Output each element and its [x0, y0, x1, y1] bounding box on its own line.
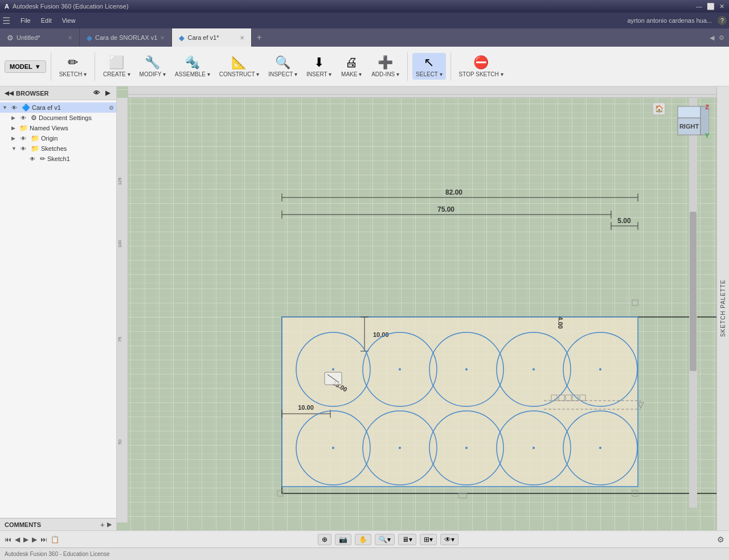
toolbar-stop-sketch[interactable]: ⛔ STOP SKETCH ▾	[456, 53, 507, 80]
timeline-nav-end[interactable]: ⏭	[40, 536, 47, 543]
pan-btn[interactable]: ✋	[355, 534, 371, 545]
toolbar: MODEL ▼ ✏ SKETCH ▾ ⬜ CREATE ▾ 🔧 MODIFY ▾…	[0, 47, 729, 87]
comments-add-btn[interactable]: +	[100, 520, 105, 529]
timeline-nav-prev[interactable]: ◀	[15, 536, 20, 543]
tab-settings[interactable]: ⚙	[719, 34, 724, 42]
toolbar-sketch[interactable]: ✏ SKETCH ▾	[56, 53, 90, 80]
minimize-btn[interactable]: —	[696, 3, 702, 10]
menu-edit[interactable]: Edit	[36, 15, 56, 26]
menu-file[interactable]: File	[16, 15, 35, 26]
tab-snorlax-close[interactable]: ✕	[160, 35, 165, 41]
timeline-play[interactable]: ▶	[23, 536, 28, 543]
tab-cara-ef[interactable]: ◆ Cara ef v1* ✕	[172, 28, 252, 47]
toolbar-create[interactable]: ⬜ CREATE ▾	[100, 53, 134, 80]
orbit-btn[interactable]: ⊕	[318, 534, 331, 545]
comments-expand-btn[interactable]: ▶	[107, 521, 112, 528]
tree-item-cara-ef-root[interactable]: ▼ 👁 🔷 Cara ef v1 ⚙	[0, 102, 116, 113]
circle-center-r2-2	[399, 447, 401, 449]
toolbar-make[interactable]: 🖨 MAKE ▾	[337, 53, 366, 80]
tree-item-named-views[interactable]: ▶ 📁 Named Views	[0, 123, 116, 133]
tab-nav-back[interactable]: ◀	[710, 34, 714, 42]
ruler-horizontal	[128, 87, 716, 98]
home-btn[interactable]: 🏠	[653, 102, 665, 115]
tree-icon-named-views: 📁	[19, 124, 28, 132]
app-logo: A	[5, 3, 9, 10]
y-axis-label: Y	[705, 132, 709, 139]
zoom-btn[interactable]: 🔍▾	[375, 534, 395, 545]
sidebar-toggle-btn[interactable]: 👁	[92, 89, 101, 97]
maximize-btn[interactable]: ⬜	[707, 3, 715, 10]
assemble-icon: 🔩	[185, 55, 200, 70]
settings-btn[interactable]: ⚙	[717, 535, 724, 544]
toolbar-select[interactable]: ↖ SELECT ▾	[412, 53, 446, 80]
timeline-nav-next[interactable]: ▶	[32, 536, 37, 543]
zoom-icon: 🔍▾	[379, 536, 391, 543]
toolbar-insert[interactable]: ⬇ INSERT ▾	[303, 53, 335, 80]
modify-label: MODIFY ▾	[140, 71, 166, 77]
sketch-label: SKETCH ▾	[59, 71, 87, 77]
sketch-palette-panel[interactable]: SKETCH PALETTE	[716, 87, 729, 530]
make-label: MAKE ▾	[341, 71, 362, 77]
view-options-btn[interactable]: 👁▾	[440, 534, 458, 545]
toolbar-sep-4	[450, 52, 451, 81]
footer-status: Autodesk Fusion 360 - Education License	[5, 551, 110, 557]
close-btn[interactable]: ✕	[719, 3, 724, 10]
insert-label: INSERT ▾	[306, 71, 331, 77]
tree-icon-origin: 📁	[31, 134, 39, 142]
menubar: ☰ File Edit View ayrton antonio cardenas…	[0, 13, 729, 28]
tab-untitled[interactable]: ⚙ Untitled* ✕	[0, 28, 80, 47]
circle-center-r2-4	[533, 447, 535, 449]
create-label: CREATE ▾	[103, 71, 130, 77]
timeline-nav-start[interactable]: ⏮	[5, 536, 11, 543]
bottom-toolbar: ⏮ ◀ ▶ ▶ ⏭ 📋 ⊕ 📷 ✋ 🔍▾ 🖥▾ ⊞▾ 👁▾ ⚙	[0, 530, 729, 547]
tab-snorlax-icon: ◆	[87, 34, 92, 42]
toolbar-add-ins[interactable]: ➕ ADD-INS ▾	[368, 53, 403, 80]
toolbar-modify[interactable]: 🔧 MODIFY ▾	[136, 53, 169, 80]
camera-btn[interactable]: 📷	[335, 534, 351, 545]
tree-eye-doc: 👁	[21, 115, 30, 121]
select-icon: ↖	[424, 55, 434, 70]
sketch-icon: ✏	[68, 55, 78, 70]
tree-arrow-sketches: ▼	[11, 146, 19, 151]
tab-snorlax[interactable]: ◆ Cara de SNORLAX v1 ✕	[80, 28, 172, 47]
help-btn[interactable]: ?	[718, 16, 727, 25]
circle-center-r1-1	[332, 368, 334, 370]
browser-tree: ▼ 👁 🔷 Cara ef v1 ⚙ ▶ 👁 ⚙ Document Settin…	[0, 100, 116, 518]
toolbar-inspect[interactable]: 🔍 INSPECT ▾	[265, 53, 301, 80]
grid-btn[interactable]: ⊞▾	[420, 534, 437, 545]
tree-icon-sketch1: ✏	[40, 155, 46, 163]
sidebar-expand-btn[interactable]: ▶	[104, 89, 112, 97]
z-axis-label: Z	[705, 104, 709, 110]
menu-view[interactable]: View	[58, 15, 80, 26]
tree-item-origin[interactable]: ▶ 👁 📁 Origin	[0, 133, 116, 143]
tree-label-origin: Origin	[41, 135, 114, 142]
tree-eye-origin: 👁	[21, 135, 30, 142]
view-cube[interactable]: RIGHT Z Y	[669, 104, 709, 143]
toolbar-construct[interactable]: 📐 CONSTRUCT ▾	[216, 53, 263, 80]
tab-cara-ef-close[interactable]: ✕	[240, 35, 244, 41]
tree-item-doc-settings[interactable]: ▶ 👁 ⚙ Document Settings	[0, 113, 116, 123]
sidebar-controls: 👁 ▶	[92, 89, 112, 97]
display-btn[interactable]: 🖥▾	[398, 534, 416, 545]
toolbar-sep-2	[95, 52, 95, 81]
model-dropdown[interactable]: MODEL ▼	[5, 60, 46, 73]
timeline-icon[interactable]: 📋	[51, 536, 59, 543]
tree-label-cara-ef-root: Cara ef v1	[32, 104, 109, 111]
create-icon: ⬜	[109, 55, 124, 70]
pan-icon: ✋	[359, 536, 367, 543]
sketch-drawing: 82.00 75.00 5.00 4.00 38.00 10.00	[128, 98, 716, 522]
select-label: SELECT ▾	[416, 71, 443, 77]
tree-label-sketches: Sketches	[41, 145, 114, 152]
tree-item-sketches[interactable]: ▼ 👁 📁 Sketches	[0, 143, 116, 154]
tab-add-btn[interactable]: +	[252, 28, 266, 47]
tree-label-doc-settings: Document Settings	[39, 114, 114, 121]
sidebar-collapse-btn[interactable]: ◀◀	[5, 90, 14, 96]
tab-untitled-close[interactable]: ✕	[68, 35, 72, 41]
toolbar-assemble[interactable]: 🔩 ASSEMBLE ▾	[171, 53, 214, 80]
model-arrow: ▼	[35, 63, 41, 70]
tree-item-sketch1[interactable]: 👁 ✏ Sketch1	[0, 154, 116, 164]
dim-75-label: 75.00	[437, 205, 454, 213]
scrollbar-v-thumb[interactable]	[690, 212, 697, 371]
tree-options-root[interactable]: ⚙	[109, 105, 114, 111]
canvas-area[interactable]: 125 100 75 50 82.00	[117, 87, 729, 530]
